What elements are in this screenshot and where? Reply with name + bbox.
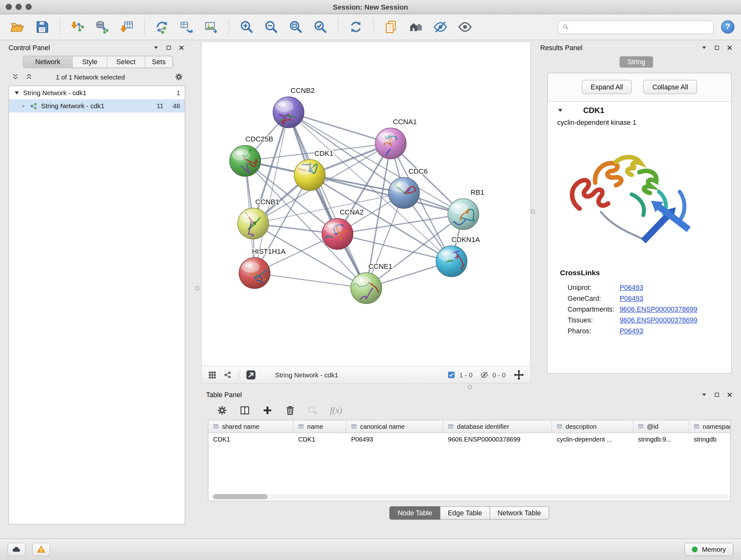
search-input[interactable] (572, 23, 709, 31)
birdseye-view-button[interactable] (223, 370, 232, 380)
import-network-from-file-button[interactable] (67, 17, 88, 37)
table-header-row: shared namenamecanonical namedatabase id… (208, 420, 730, 433)
tab-network-table[interactable]: Network Table (489, 506, 549, 519)
delete-columns-button[interactable] (284, 405, 296, 416)
create-column-button[interactable] (262, 405, 273, 416)
control-panel-close-button[interactable] (179, 45, 185, 51)
new-network-icon (154, 19, 170, 35)
left-splitter-handle[interactable] (195, 286, 199, 290)
column-header[interactable]: namespac (689, 420, 731, 433)
gene-section-collapse-button[interactable] (557, 107, 563, 113)
zoom-window-button[interactable] (25, 4, 31, 10)
network-row[interactable]: String Network - cdk1 11 48 (9, 99, 185, 112)
expand-all-button[interactable]: Expand All (582, 80, 632, 94)
network-edge[interactable] (255, 273, 366, 288)
table-x-icon (307, 405, 319, 416)
show-all-button[interactable] (454, 17, 476, 37)
refresh-view-button[interactable] (345, 17, 367, 37)
table-panel-close-button[interactable] (727, 392, 733, 398)
function-builder-icon: f(x) (330, 405, 342, 416)
close-window-button[interactable] (6, 4, 12, 10)
zoom-in-button[interactable] (236, 17, 258, 37)
new-network-from-selection-button[interactable] (176, 17, 198, 37)
tab-edge-table[interactable]: Edge Table (440, 506, 490, 519)
crosslink-link[interactable]: 9606.ENSP00000378699 (619, 305, 697, 313)
crosslink-link[interactable]: P06493 (619, 294, 643, 302)
crosslink-link[interactable]: P06493 (619, 327, 643, 334)
selected-checkbox-icon[interactable] (447, 370, 456, 379)
column-header[interactable]: @id (633, 420, 689, 433)
minimize-window-button[interactable] (16, 4, 22, 10)
hide-selected-button[interactable] (429, 17, 451, 37)
network-selection-row: 1 of 1 Network selected (4, 68, 189, 84)
open-session-button[interactable] (7, 17, 28, 37)
network-node[interactable] (375, 128, 406, 162)
import-network-from-database-button[interactable] (91, 17, 113, 37)
network-node[interactable] (273, 97, 304, 128)
control-panel-menu-button[interactable] (153, 45, 159, 51)
table-panel-menu-button[interactable] (701, 392, 707, 398)
grid-view-button[interactable] (207, 370, 217, 380)
collapse-all-networks-button[interactable] (11, 73, 19, 81)
bottom-splitter-handle[interactable] (468, 385, 472, 389)
results-panel-float-button[interactable] (714, 45, 720, 51)
tab-sets[interactable]: Sets (145, 56, 173, 68)
column-header[interactable]: name (293, 420, 347, 433)
tab-string[interactable]: String (619, 56, 653, 68)
collapse-all-button[interactable]: Collapse All (643, 80, 697, 94)
zoom-out-button[interactable] (260, 17, 282, 37)
expand-all-networks-button[interactable] (25, 73, 33, 81)
column-header[interactable]: description (552, 420, 633, 433)
export-view-button[interactable] (246, 369, 257, 381)
network-collection-row[interactable]: String Network - cdk1 1 (9, 86, 185, 99)
scrollbar-thumb[interactable] (213, 494, 267, 499)
copy-document-button[interactable] (381, 17, 402, 37)
control-panel-header: Control Panel (4, 42, 189, 54)
column-header[interactable]: canonical name (346, 420, 443, 433)
crosslink-link[interactable]: P06493 (619, 284, 643, 291)
table-settings-button[interactable] (216, 405, 228, 416)
hidden-eye-slash-icon[interactable] (480, 370, 489, 379)
table-panel-float-button[interactable] (714, 392, 720, 398)
memory-button[interactable]: Memory (684, 543, 733, 556)
zoom-fit-content-button[interactable] (285, 17, 307, 37)
network-options-button[interactable] (174, 72, 183, 81)
crosslink-link[interactable]: 9606.ENSP00000378699 (619, 316, 697, 324)
hidden-counter: 0 - 0 (492, 371, 506, 379)
home-button[interactable] (405, 17, 427, 37)
network-edge[interactable] (288, 112, 391, 143)
show-columns-button[interactable] (239, 405, 251, 416)
save-session-button[interactable] (31, 17, 53, 37)
export-image-button[interactable] (200, 17, 222, 37)
control-panel-float-button[interactable] (166, 45, 172, 51)
column-header[interactable]: database identifier (443, 420, 552, 433)
function-builder-button[interactable]: f(x) (330, 405, 342, 416)
results-panel-close-button[interactable] (727, 45, 733, 51)
network-node[interactable] (388, 178, 419, 208)
network-canvas[interactable]: CCNB2CCNA1CDC25BCDK1CDC6RB1CCNB1CCNA2CDK… (202, 42, 530, 366)
network-edge[interactable] (288, 112, 366, 288)
import-table-from-file-button[interactable] (116, 17, 138, 37)
network-node[interactable] (239, 258, 270, 289)
cloud-button[interactable] (8, 543, 25, 556)
results-panel-menu-button[interactable] (701, 45, 707, 51)
new-network-button[interactable] (151, 17, 173, 37)
tab-node-table[interactable]: Node Table (390, 506, 441, 519)
warnings-button[interactable] (32, 543, 50, 556)
network-edge[interactable] (338, 234, 452, 261)
save-icon (35, 19, 50, 35)
tab-network[interactable]: Network (23, 56, 73, 68)
zoom-selected-button[interactable] (310, 17, 331, 37)
tab-style[interactable]: Style (73, 56, 107, 68)
node-label: CDC25B (246, 135, 273, 143)
table-row[interactable]: CDK1CDK1P064939606.ENSP00000378699cyclin… (208, 433, 730, 446)
pan-tool-button[interactable] (513, 369, 525, 381)
tab-select[interactable]: Select (107, 56, 145, 68)
network-node[interactable] (348, 273, 384, 304)
help-button[interactable]: ? (721, 20, 734, 34)
network-node[interactable] (436, 246, 472, 277)
network-node[interactable] (287, 159, 325, 190)
column-header[interactable]: shared name (208, 420, 293, 433)
network-node[interactable] (238, 205, 269, 239)
right-splitter-handle[interactable] (531, 209, 535, 213)
